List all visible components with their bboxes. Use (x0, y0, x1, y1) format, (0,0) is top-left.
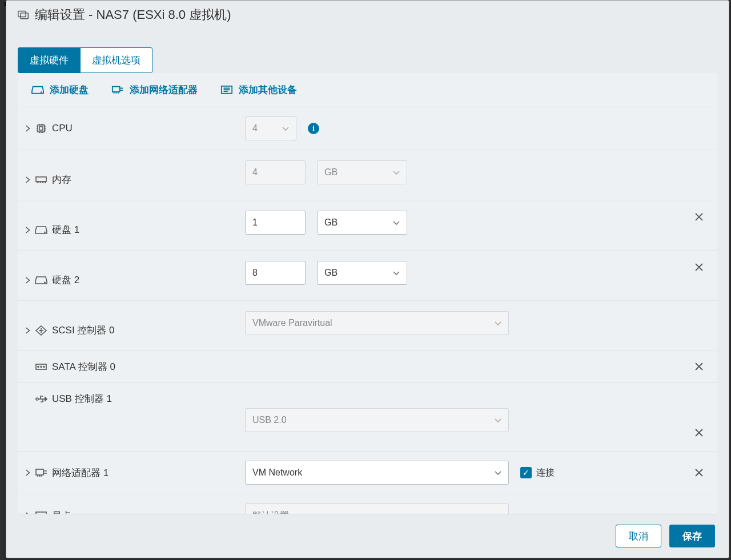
close-icon (695, 211, 703, 223)
chevron-down-icon (393, 217, 400, 228)
video-icon (35, 510, 47, 514)
nic-network-select[interactable]: VM Network (245, 461, 509, 485)
device-list-icon (220, 85, 233, 95)
close-icon (695, 466, 703, 479)
chevron-down-icon (282, 123, 289, 134)
svg-rect-6 (39, 127, 43, 130)
row-network-adapter: 网络适配器 1 VM Network ✓ 连接 (18, 451, 717, 494)
svg-point-12 (41, 366, 42, 367)
remove-sata[interactable] (688, 360, 710, 373)
expand-disk-1[interactable] (25, 227, 30, 233)
svg-point-14 (36, 398, 38, 400)
chevron-down-icon (495, 468, 501, 478)
video-settings-select: 默认设置 (245, 503, 509, 514)
memory-icon (35, 175, 47, 185)
remove-disk-1[interactable] (688, 211, 710, 224)
close-icon (695, 426, 703, 439)
chevron-down-icon (495, 318, 501, 328)
nic-icon (111, 85, 124, 95)
row-disk-2: 硬盘 2 GB (18, 250, 717, 300)
scsi-label: SCSI 控制器 0 (52, 324, 115, 337)
cpu-icon (35, 123, 47, 134)
hdd-icon (31, 85, 44, 95)
row-usb-controller: USB 控制器 1 USB 2.0 (18, 382, 717, 451)
sata-label: SATA 控制器 0 (52, 360, 115, 373)
remove-nic[interactable] (688, 466, 710, 480)
add-disk-label: 添加硬盘 (50, 83, 89, 96)
disk2-label: 硬盘 2 (52, 273, 79, 287)
add-disk-button[interactable]: 添加硬盘 (31, 83, 89, 96)
hardware-toolbar: 添加硬盘 添加网络适配器 添加其他设 (18, 73, 717, 107)
disk2-size-input[interactable] (245, 261, 306, 285)
dialog-title: 编辑设置 - NAS7 (ESXi 8.0 虚拟机) (35, 6, 231, 23)
close-icon (695, 360, 703, 373)
checkbox-checked-icon: ✓ (520, 467, 532, 478)
remove-usb[interactable] (688, 426, 710, 440)
svg-rect-0 (18, 11, 26, 17)
cpu-info-icon[interactable]: i (308, 123, 319, 134)
dialog-header: 编辑设置 - NAS7 (ESXi 8.0 虚拟机) (6, 1, 729, 27)
expand-disk-2[interactable] (25, 277, 30, 283)
svg-point-9 (45, 282, 45, 283)
close-icon (695, 261, 703, 273)
hdd-icon (35, 225, 47, 235)
vm-window-icon (18, 10, 29, 20)
disk1-label: 硬盘 1 (52, 223, 79, 236)
svg-point-2 (41, 92, 42, 92)
usb-type-select: USB 2.0 (245, 408, 509, 432)
memory-label: 内存 (52, 173, 71, 186)
chevron-down-icon (393, 167, 400, 178)
cancel-button[interactable]: 取消 (616, 525, 661, 547)
sata-icon (35, 362, 47, 372)
add-nic-button[interactable]: 添加网络适配器 (111, 83, 198, 96)
hardware-scroll[interactable]: 添加硬盘 添加网络适配器 添加其他设 (18, 73, 717, 514)
svg-rect-7 (36, 177, 46, 182)
usb-icon (35, 394, 47, 404)
nic-label: 网络适配器 1 (52, 466, 109, 480)
chevron-down-icon (393, 268, 400, 278)
add-other-label: 添加其他设备 (239, 83, 297, 96)
nic-connect-checkbox[interactable]: ✓ 连接 (520, 467, 555, 479)
row-disk-1: 硬盘 1 GB (18, 200, 717, 250)
svg-point-11 (38, 366, 39, 367)
disk2-unit-select[interactable]: GB (317, 261, 407, 285)
row-scsi-controller: SCSI 控制器 0 VMware Paravirtual (18, 300, 717, 350)
nic-icon (35, 468, 47, 478)
chevron-down-icon (495, 415, 501, 425)
tab-virtual-hardware[interactable]: 虚拟硬件 (18, 47, 81, 73)
expand-nic[interactable] (25, 470, 30, 476)
row-video-card: 显卡 默认设置 (18, 494, 717, 514)
svg-rect-1 (21, 13, 28, 19)
disk1-size-input[interactable] (245, 211, 306, 235)
memory-unit-select: GB (317, 160, 407, 184)
nic-connect-label: 连接 (536, 467, 555, 479)
expand-scsi[interactable] (25, 328, 30, 333)
row-sata-controller: SATA 控制器 0 (18, 350, 717, 382)
row-cpu: CPU 4 i (18, 107, 717, 150)
hdd-icon (35, 275, 47, 285)
svg-rect-15 (36, 469, 43, 475)
video-label: 显卡 (52, 509, 71, 515)
disk1-unit-select[interactable]: GB (317, 211, 407, 235)
tab-vm-options[interactable]: 虚拟机选项 (80, 47, 152, 73)
scsi-type-select: VMware Paravirtual (245, 311, 509, 335)
tabs: 虚拟硬件 虚拟机选项 (6, 27, 729, 73)
memory-size-input (245, 160, 306, 184)
save-button[interactable]: 保存 (669, 525, 715, 547)
remove-disk-2[interactable] (688, 261, 710, 274)
svg-rect-5 (38, 125, 45, 132)
add-nic-label: 添加网络适配器 (130, 83, 198, 96)
scsi-icon (35, 325, 47, 336)
svg-point-8 (45, 232, 45, 232)
expand-cpu[interactable] (25, 126, 30, 131)
usb-label: USB 控制器 1 (52, 392, 112, 405)
cpu-count-select: 4 (245, 116, 296, 140)
add-other-button[interactable]: 添加其他设备 (220, 83, 297, 96)
edit-settings-dialog: 编辑设置 - NAS7 (ESXi 8.0 虚拟机) 虚拟硬件 虚拟机选项 添加… (6, 0, 729, 558)
dialog-footer: 取消 保存 (6, 514, 729, 558)
svg-rect-3 (113, 86, 120, 91)
chevron-down-icon (495, 510, 501, 514)
cpu-label: CPU (52, 123, 73, 134)
expand-memory[interactable] (25, 177, 30, 183)
svg-point-13 (43, 366, 45, 367)
